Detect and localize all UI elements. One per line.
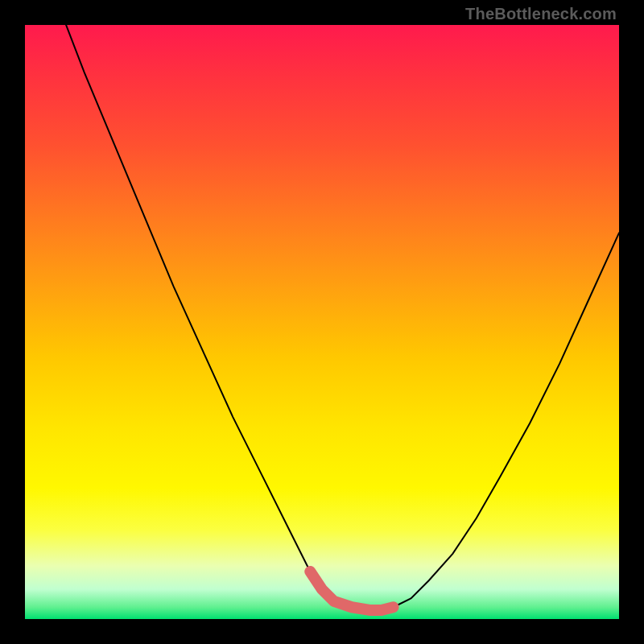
- watermark-text: TheBottleneck.com: [465, 5, 617, 23]
- plot-area: [25, 25, 619, 619]
- chart-frame: TheBottleneck.com: [0, 0, 644, 644]
- chart-svg: [25, 25, 619, 619]
- optimal-zone-overlay: [310, 572, 393, 610]
- bottleneck-curve: [25, 25, 619, 610]
